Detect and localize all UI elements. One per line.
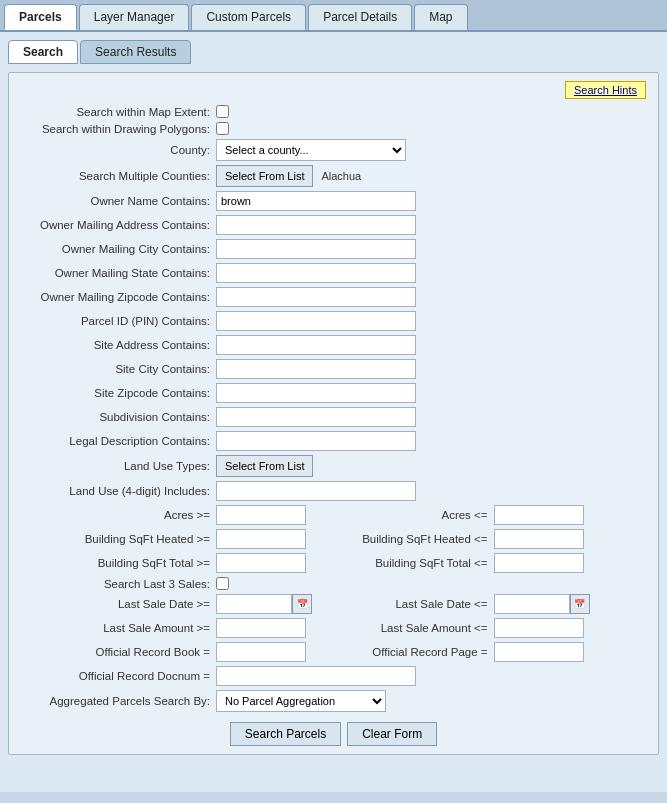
- land-use-4digit-label: Land Use (4-digit) Includes:: [21, 485, 216, 497]
- official-record-book-label: Official Record Book =: [21, 646, 216, 658]
- site-address-row: Site Address Contains:: [21, 335, 646, 355]
- owner-mailing-zipcode-label: Owner Mailing Zipcode Contains:: [21, 291, 216, 303]
- sub-tab-search[interactable]: Search: [8, 40, 78, 64]
- building-sqft-total-lte-group: Building SqFt Total <=: [334, 553, 647, 573]
- last-sale-date-lte-calendar-button[interactable]: 📅: [570, 594, 590, 614]
- parcel-id-row: Parcel ID (PIN) Contains:: [21, 311, 646, 331]
- legal-description-row: Legal Description Contains:: [21, 431, 646, 451]
- last-sale-amount-lte-group: Last Sale Amount <=: [334, 618, 647, 638]
- building-sqft-total-gte-input[interactable]: [216, 553, 306, 573]
- parcel-id-label: Parcel ID (PIN) Contains:: [21, 315, 216, 327]
- sub-tab-bar: Search Search Results: [8, 40, 659, 64]
- select-from-list-button-land-use[interactable]: Select From List: [216, 455, 313, 477]
- official-record-book-input[interactable]: [216, 642, 306, 662]
- tab-parcels[interactable]: Parcels: [4, 4, 77, 30]
- search-map-extent-label: Search within Map Extent:: [21, 106, 216, 118]
- subdivision-row: Subdivision Contains:: [21, 407, 646, 427]
- land-use-types-label: Land Use Types:: [21, 460, 216, 472]
- building-sqft-heated-gte-label: Building SqFt Heated >=: [21, 533, 216, 545]
- official-record-docnum-label: Official Record Docnum =: [21, 670, 216, 682]
- search-map-extent-checkbox[interactable]: [216, 105, 229, 118]
- owner-mailing-city-input[interactable]: [216, 239, 416, 259]
- building-sqft-heated-row: Building SqFt Heated >= Building SqFt He…: [21, 529, 646, 549]
- last-sale-date-lte-input[interactable]: [494, 594, 570, 614]
- acres-lte-label: Acres <=: [334, 509, 494, 521]
- subdivision-input[interactable]: [216, 407, 416, 427]
- search-last-3-sales-label: Search Last 3 Sales:: [21, 578, 216, 590]
- official-record-page-group: Official Record Page =: [334, 642, 647, 662]
- acres-lte-input[interactable]: [494, 505, 584, 525]
- owner-mailing-address-input[interactable]: [216, 215, 416, 235]
- form-panel: Search Hints Search within Map Extent: S…: [8, 72, 659, 755]
- tab-layer-manager[interactable]: Layer Manager: [79, 4, 190, 30]
- aggregated-parcels-select[interactable]: No Parcel Aggregation Owner Name Parcel …: [216, 690, 386, 712]
- site-city-row: Site City Contains:: [21, 359, 646, 379]
- tab-custom-parcels[interactable]: Custom Parcels: [191, 4, 306, 30]
- search-drawing-polygons-row: Search within Drawing Polygons:: [21, 122, 646, 135]
- last-sale-date-row: Last Sale Date >= 📅 Last Sale Date <= 📅: [21, 594, 646, 614]
- tab-parcel-details[interactable]: Parcel Details: [308, 4, 412, 30]
- owner-name-input[interactable]: [216, 191, 416, 211]
- last-sale-amount-gte-label: Last Sale Amount >=: [21, 622, 216, 634]
- owner-mailing-state-input[interactable]: [216, 263, 416, 283]
- acres-gte-input[interactable]: [216, 505, 306, 525]
- multiple-counties-label: Search Multiple Counties:: [21, 170, 216, 182]
- multiple-counties-row: Search Multiple Counties: Select From Li…: [21, 165, 646, 187]
- tab-map[interactable]: Map: [414, 4, 467, 30]
- acres-lte-group: Acres <=: [334, 505, 647, 525]
- last-sale-date-gte-calendar-button[interactable]: 📅: [292, 594, 312, 614]
- owner-mailing-address-label: Owner Mailing Address Contains:: [21, 219, 216, 231]
- building-sqft-total-lte-input[interactable]: [494, 553, 584, 573]
- building-sqft-heated-lte-group: Building SqFt Heated <=: [334, 529, 647, 549]
- county-label: County:: [21, 144, 216, 156]
- site-zipcode-label: Site Zipcode Contains:: [21, 387, 216, 399]
- last-sale-amount-lte-input[interactable]: [494, 618, 584, 638]
- acres-row: Acres >= Acres <=: [21, 505, 646, 525]
- owner-mailing-address-row: Owner Mailing Address Contains:: [21, 215, 646, 235]
- owner-mailing-state-row: Owner Mailing State Contains:: [21, 263, 646, 283]
- top-tab-bar: Parcels Layer Manager Custom Parcels Par…: [0, 0, 667, 32]
- land-use-4digit-input[interactable]: [216, 481, 416, 501]
- site-city-input[interactable]: [216, 359, 416, 379]
- site-address-input[interactable]: [216, 335, 416, 355]
- owner-mailing-city-row: Owner Mailing City Contains:: [21, 239, 646, 259]
- clear-form-button[interactable]: Clear Form: [347, 722, 437, 746]
- aggregated-parcels-row: Aggregated Parcels Search By: No Parcel …: [21, 690, 646, 712]
- bottom-button-row: Search Parcels Clear Form: [21, 722, 646, 746]
- last-sale-date-gte-input[interactable]: [216, 594, 292, 614]
- search-drawing-polygons-label: Search within Drawing Polygons:: [21, 123, 216, 135]
- building-sqft-total-gte-label: Building SqFt Total >=: [21, 557, 216, 569]
- official-record-page-label: Official Record Page =: [334, 646, 494, 658]
- parcel-id-input[interactable]: [216, 311, 416, 331]
- selected-county-tag: Alachua: [321, 170, 361, 182]
- official-record-book-row: Official Record Book = Official Record P…: [21, 642, 646, 662]
- site-city-label: Site City Contains:: [21, 363, 216, 375]
- owner-name-row: Owner Name Contains:: [21, 191, 646, 211]
- select-from-list-button-counties[interactable]: Select From List: [216, 165, 313, 187]
- last-sale-amount-row: Last Sale Amount >= Last Sale Amount <=: [21, 618, 646, 638]
- last-sale-date-gte-label: Last Sale Date >=: [21, 598, 216, 610]
- site-address-label: Site Address Contains:: [21, 339, 216, 351]
- search-last-3-sales-checkbox[interactable]: [216, 577, 229, 590]
- subdivision-label: Subdivision Contains:: [21, 411, 216, 423]
- sub-tab-search-results[interactable]: Search Results: [80, 40, 191, 64]
- owner-mailing-city-label: Owner Mailing City Contains:: [21, 243, 216, 255]
- land-use-types-row: Land Use Types: Select From List: [21, 455, 646, 477]
- main-area: Search Search Results Search Hints Searc…: [0, 32, 667, 792]
- building-sqft-heated-lte-input[interactable]: [494, 529, 584, 549]
- official-record-docnum-input[interactable]: [216, 666, 416, 686]
- search-hints-button[interactable]: Search Hints: [565, 81, 646, 99]
- search-drawing-polygons-checkbox[interactable]: [216, 122, 229, 135]
- county-select[interactable]: Select a county...: [216, 139, 406, 161]
- site-zipcode-input[interactable]: [216, 383, 416, 403]
- building-sqft-heated-gte-input[interactable]: [216, 529, 306, 549]
- site-zipcode-row: Site Zipcode Contains:: [21, 383, 646, 403]
- building-sqft-heated-gte-group: Building SqFt Heated >=: [21, 529, 334, 549]
- official-record-page-input[interactable]: [494, 642, 584, 662]
- search-parcels-button[interactable]: Search Parcels: [230, 722, 341, 746]
- owner-mailing-zipcode-input[interactable]: [216, 287, 416, 307]
- last-sale-amount-gte-input[interactable]: [216, 618, 306, 638]
- building-sqft-heated-lte-label: Building SqFt Heated <=: [334, 533, 494, 545]
- building-sqft-total-lte-label: Building SqFt Total <=: [334, 557, 494, 569]
- legal-description-input[interactable]: [216, 431, 416, 451]
